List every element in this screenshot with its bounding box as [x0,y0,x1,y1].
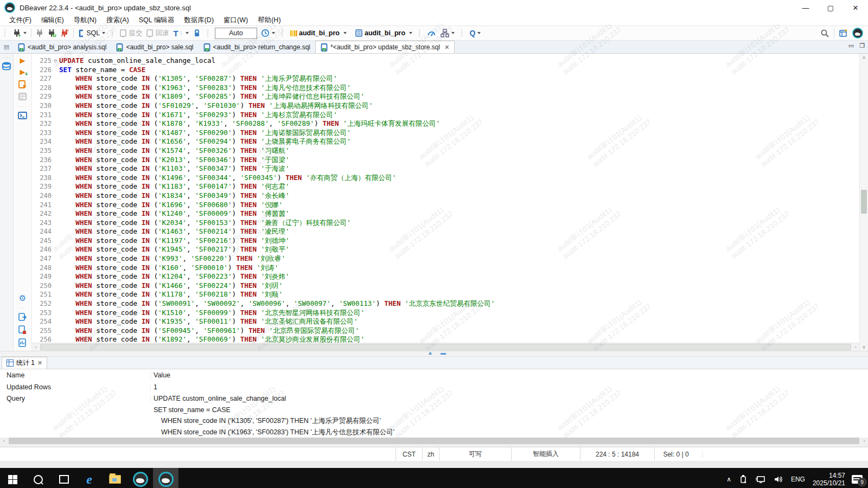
code-line-237[interactable]: 237 WHEN store_code IN ('K1103', 'SF0034… [32,164,859,174]
new-connection-button[interactable]: + [11,28,28,38]
task-view-button[interactable] [51,468,76,488]
connection-caret[interactable] [343,32,347,34]
rollback-button[interactable]: 回滚 [145,28,170,38]
code-line-233[interactable]: 233 WHEN store_code IN ('K1487', 'SF0029… [32,129,859,138]
export-result-icon[interactable] [18,313,27,322]
execute-script-icon[interactable] [18,80,27,89]
transaction-caret[interactable] [186,32,189,34]
code-line-248[interactable]: 248 WHEN store_code IN ('K160', 'SF00010… [32,264,859,273]
dbeaver-perspective-button[interactable] [851,27,865,39]
vscroll-track[interactable] [860,61,868,343]
dbeaver-taskbar-button-active[interactable] [153,468,178,488]
menu-item-4[interactable]: 搜索(A) [101,16,134,25]
code-line-252[interactable]: 252 WHEN store_code IN ('SW00091', 'SW00… [32,299,859,309]
stats-row-3[interactable]: SET store_name = CASE [0,404,868,415]
file-explorer-button[interactable] [102,468,127,488]
code-line-240[interactable]: 240 WHEN store_code IN ('K1834', 'SF0034… [32,191,859,201]
code-line-225[interactable]: 225⊖UPDATE custom_online_sale_change_loc… [32,56,859,66]
taskbar-search-button[interactable] [25,468,51,488]
code-area[interactable]: 225⊖UPDATE custom_online_sale_change_loc… [32,54,859,343]
stats-tab[interactable]: 统计 1 ✕ [2,357,47,369]
connect-button[interactable] [34,28,45,38]
stats-horizontal-scrollbar[interactable]: ‹ › [0,438,868,444]
scroll-left-icon[interactable]: ‹ [0,438,8,444]
new-connection-caret[interactable] [23,32,27,34]
save-log-icon[interactable] [18,325,27,335]
code-line-232[interactable]: 232 WHEN store_code IN ('K1878', 'K1933'… [32,119,859,129]
reconnect-button[interactable]: ↻ [46,28,58,38]
code-line-234[interactable]: 234 WHEN store_code IN ('K1656', 'SF0029… [32,137,859,146]
menu-item-6[interactable]: 数据库(D) [179,16,219,25]
code-line-246[interactable]: 246 WHEN store_code IN ('K1945', 'SF0021… [32,245,859,254]
diagram-button[interactable] [439,28,456,38]
code-line-247[interactable]: 247 WHEN store_code IN ('K993', 'SF00220… [32,254,859,264]
code-line-227[interactable]: 227 WHEN store_code IN ('K1305', 'SF0028… [32,74,859,84]
transaction-log-button[interactable] [259,28,277,38]
database-navigator-icon[interactable] [2,61,11,71]
minimize-button[interactable]: — [793,0,818,15]
sql-editor[interactable]: 225⊖UPDATE custom_online_sale_change_loc… [32,54,859,351]
panel-sash[interactable]: ▲▬ [0,351,868,357]
status-segment-4[interactable]: 智能插入 [511,447,580,461]
code-line-242[interactable]: 242 WHEN store_code IN ('K1240', 'SF0000… [32,209,859,219]
internet-explorer-button[interactable]: e [76,468,102,488]
editor-tab-2[interactable]: ✓<audit_bi_pro> sale.sql [111,41,198,53]
sash-down-icon[interactable]: ▬ [441,350,446,356]
language-indicator[interactable]: ENG [791,476,805,483]
open-perspective-button[interactable]: ✦ [837,28,850,38]
code-line-251[interactable]: 251 WHEN store_code IN ('K1178', 'SF0021… [32,290,859,299]
start-button[interactable] [0,468,25,488]
menu-item-5[interactable]: SQL 编辑器 [134,16,180,25]
status-segment-2[interactable]: zh [422,447,439,461]
maximize-button[interactable]: ▢ [818,0,843,15]
sql-search-button[interactable]: Q [468,28,482,38]
code-line-250[interactable]: 250 WHEN store_code IN ('K1466', 'SF0022… [32,281,859,291]
global-search-button[interactable] [819,28,831,38]
volume-tray-icon[interactable] [774,475,783,484]
taskbar-clock[interactable]: 14:57 2025/10/21 [813,472,845,487]
stats-row-4[interactable]: WHEN store_code IN ('K1305', 'SF00287') … [0,415,868,427]
status-segment-5[interactable]: 224 : 5 : 14184 [580,447,654,461]
explain-plan-icon[interactable] [18,93,27,101]
vscroll-thumb[interactable] [861,190,867,214]
execute-statement-icon[interactable]: ▶ [20,57,25,65]
settings-gear-icon[interactable]: ⚙ [19,294,26,302]
code-line-249[interactable]: 249 WHEN store_code IN ('K1204', 'SF0022… [32,272,859,281]
network-tray-icon[interactable] [755,475,766,484]
status-segment-6[interactable]: Sel: 0 | 0 [654,447,697,461]
code-line-236[interactable]: 236 WHEN store_code IN ('K2013', 'SF0034… [32,156,859,165]
database-selector[interactable]: audit_bi_pro [353,28,414,38]
scroll-right-icon[interactable]: › [860,438,868,444]
lock-button[interactable] [192,28,202,38]
menu-item-1[interactable]: 文件(F) [4,16,36,25]
dbeaver-taskbar-button[interactable] [127,468,153,488]
stats-tab-close-icon[interactable]: ✕ [37,359,42,367]
code-line-256[interactable]: 256 WHEN store_code IN ('K1892', 'SF0006… [32,335,859,343]
code-line-231[interactable]: 231 WHEN store_code IN ('K1671', 'SF0029… [32,111,859,120]
code-line-253[interactable]: 253 WHEN store_code IN ('K1510', 'SF0009… [32,309,859,318]
dashboard-button[interactable] [425,28,438,38]
editor-tab-1[interactable]: ✓<audit_bi_pro> analysis.sql [13,41,111,53]
code-line-254[interactable]: 254 WHEN store_code IN ('K1935', 'SF0001… [32,317,859,326]
scroll-right-icon[interactable]: › [852,344,859,350]
transaction-mode-button[interactable]: T ⋮ [171,28,190,38]
editor-vertical-scrollbar[interactable]: ∧ ∨ [859,54,868,351]
fold-marker[interactable]: ⊖ [52,56,59,66]
code-line-239[interactable]: 239 WHEN store_code IN ('K1183', 'SF0014… [32,182,859,191]
stats-row-5[interactable]: WHEN store_code IN ('K1963', 'SF00283') … [0,427,868,438]
usb-tray-icon[interactable] [739,474,748,484]
sql-editor-type-button[interactable]: SQL [76,29,107,38]
close-button[interactable]: ✕ [843,0,868,15]
tab-close-icon[interactable]: ✕ [444,44,449,51]
status-segment-3[interactable]: 可写 [439,447,511,461]
stats-row-2[interactable]: QueryUPDATE custom_online_sale_change_lo… [0,393,868,404]
status-segment-1[interactable]: CST [395,447,422,461]
notification-center-button[interactable]: 9 [852,475,863,484]
execute-new-tab-icon[interactable]: ▶ [20,68,25,76]
minimize-editor-icon[interactable]: ▭ [848,42,854,49]
scroll-up-icon[interactable]: ∧ [862,54,866,61]
database-caret[interactable] [409,32,412,34]
editor-tab-3[interactable]: ✓<audit_bi_pro> return_change.sql [199,41,315,53]
commit-button[interactable]: 提交 [118,28,144,38]
sql-editor-type-caret[interactable] [102,32,105,34]
